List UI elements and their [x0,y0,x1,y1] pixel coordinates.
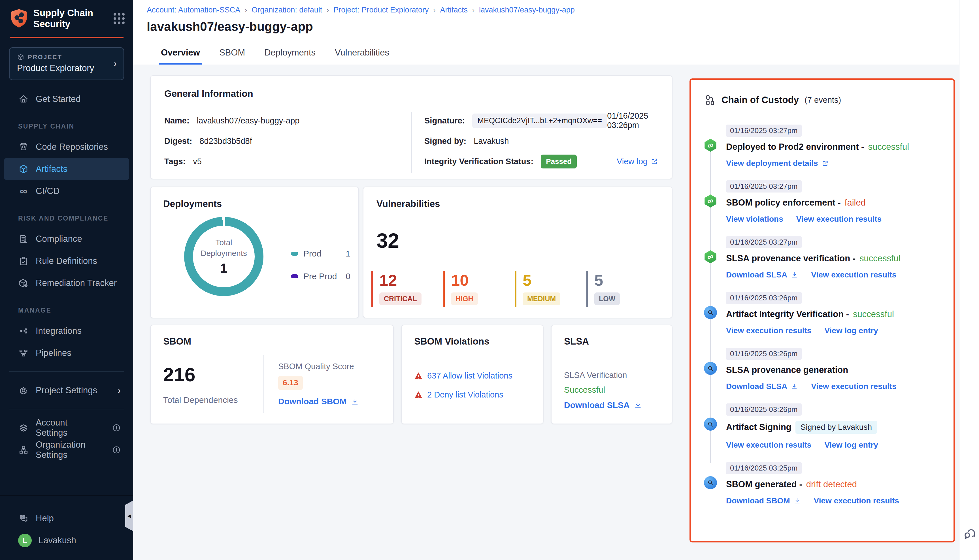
status-badge-passed: Passed [541,155,577,168]
view-log-link[interactable]: View log [617,157,658,166]
cube-wrench-icon [18,278,29,288]
info-icon[interactable] [112,446,121,454]
breadcrumb-project[interactable]: Project: Product Exploratory [333,6,429,15]
severity-high: 10 HIGH [443,271,515,307]
sidebar-item-account-settings[interactable]: Account Settings [4,417,129,439]
sidebar-item-remediation-tracker[interactable]: Remediation Tracker [4,272,129,294]
tab-sbom[interactable]: SBOM [217,41,247,65]
sidebar-item-pipelines[interactable]: Pipelines [4,342,129,364]
donut-center-label: Total [215,237,232,248]
breadcrumb-current[interactable]: lavakush07/easy-buggy-app [479,6,575,15]
severity-medium: 5 MEDIUM [515,271,586,307]
gi-name-row: Name: lavakush07/easy-buggy-app [164,112,411,129]
gi-name-value: lavakush07/easy-buggy-app [197,116,300,125]
project-selector[interactable]: PROJECT Product Exploratory › [9,47,124,80]
chat-bubbles-icon[interactable] [962,527,976,541]
gi-digest-row: Digest: 8d23bd3b5d8f [164,132,411,150]
breadcrumb-account[interactable]: Account: Automation-SSCA [147,6,240,15]
slsa-verification-label: SLSA Verification [564,371,660,380]
chain-event: 01/16/2025 03:25pm SBOM generated - drif… [704,462,942,505]
tab-deployments[interactable]: Deployments [262,41,317,65]
view-execution-results-link[interactable]: View execution results [726,326,811,335]
deployments-donut-chart: Total Deployments 1 [184,217,264,296]
download-slsa-link[interactable]: Download SLSA [564,400,660,410]
sidebar-item-rule-definitions[interactable]: Rule Definitions [4,250,129,272]
sidebar-section-risk-compliance: RISK AND COMPLIANCE [0,202,133,228]
cube-icon [17,53,24,61]
chain-of-custody-header: Chain of Custody (7 events) [704,94,942,106]
download-sbom-link[interactable]: Download SBOM [278,397,359,406]
sidebar-item-project-settings[interactable]: Project Settings › [4,379,129,402]
download-slsa-link[interactable]: Download SLSA [726,382,798,391]
sidebar-item-label: Remediation Tracker [36,278,117,288]
view-execution-results-link[interactable]: View execution results [811,270,896,280]
sidebar-item-cicd[interactable]: ∞ CI/CD [4,180,129,202]
cicd-event-icon: ∞ [704,195,717,208]
avatar: L [18,534,32,547]
hierarchy-icon [704,94,716,106]
view-log-entry-link[interactable]: View log entry [824,440,878,450]
event-status: successful [853,309,894,319]
download-slsa-link[interactable]: Download SLSA [726,270,798,280]
legend-swatch-prod [291,252,298,256]
document-search-icon [18,233,29,244]
event-timestamp: 01/16/2025 03:27pm [726,236,802,248]
external-link-icon [650,157,658,165]
tab-vulnerabilities[interactable]: Vulnerabilities [333,41,391,65]
sidebar-item-code-repositories[interactable]: Code Repositories [4,136,129,158]
sbom-quality-score-label: SBOM Quality Score [278,362,359,371]
view-execution-results-link[interactable]: View execution results [726,440,811,450]
sidebar-section-supply-chain: SUPPLY CHAIN [0,110,133,136]
view-deployment-details-link[interactable]: View deployment details [726,159,829,168]
allow-list-violations-link[interactable]: 637 Allow list Violations [427,371,513,380]
sidebar-item-artifacts[interactable]: Artifacts [4,158,129,180]
gi-signature-value[interactable]: MEQCICde2VjIT...bL+2+mqnOXw== [472,113,607,128]
right-rail [959,0,979,560]
cicd-event-icon: ∞ [704,139,717,152]
gi-signed-by-row: Signed by: Lavakush [424,132,658,150]
view-violations-link[interactable]: View violations [726,215,783,224]
download-sbom-link[interactable]: Download SBOM [726,496,801,505]
chain-timeline: ∞ 01/16/2025 03:27pm Deployed to Prod2 e… [704,125,942,505]
event-timestamp: 01/16/2025 03:25pm [726,462,802,474]
tab-overview[interactable]: Overview [159,41,202,65]
sbom-quality-score-value: 6.13 [278,376,303,390]
sidebar-item-integrations[interactable]: Integrations [4,320,129,342]
gear-icon [18,385,29,396]
sidebar-item-organization-settings[interactable]: Organization Settings [4,439,129,461]
sbom-violations-card: SBOM Violations 637 Allow list Violation… [401,325,544,424]
gi-tags-label: Tags: [164,157,185,166]
view-log-entry-link[interactable]: View log entry [824,326,878,335]
sidebar-item-get-started[interactable]: Get Started [4,88,129,110]
breadcrumb-separator: › [327,6,329,14]
sidebar-collapse-handle[interactable]: ◀ [125,500,133,531]
user-menu[interactable]: L Lavakush [4,530,129,552]
breadcrumb-artifacts[interactable]: Artifacts [440,6,468,15]
card-title: SBOM Violations [414,336,531,347]
app-switcher-icon[interactable] [114,13,125,24]
tabs: Overview SBOM Deployments Vulnerabilitie… [133,41,959,65]
chain-of-custody-panel: Chain of Custody (7 events) ∞ 01/16/2025… [690,78,955,542]
sidebar-nav: Get Started SUPPLY CHAIN Code Repositori… [0,83,133,495]
view-execution-results-link[interactable]: View execution results [814,496,899,505]
gi-integrity-row: Integrity Verification Status: Passed Vi… [424,153,658,170]
vulnerabilities-total: 32 [376,229,399,252]
event-status: failed [845,198,866,208]
breadcrumb-separator: › [433,6,436,14]
sidebar-item-label: Rule Definitions [36,256,97,266]
sidebar-item-compliance[interactable]: Compliance [4,228,129,250]
view-execution-results-link[interactable]: View execution results [811,382,896,391]
sidebar-item-help[interactable]: ? Help [4,507,129,530]
event-timestamp: 01/16/2025 03:26pm [726,292,802,304]
gi-digest-value: 8d23bd3b5d8f [199,137,252,146]
severity-critical: 12 CRITICAL [371,271,443,307]
deny-list-violations-link[interactable]: 2 Deny list Violations [427,390,503,400]
breadcrumb-organization[interactable]: Organization: default [252,6,322,15]
gi-integrity-label: Integrity Verification Status: [424,157,533,166]
scan-event-icon [704,362,717,375]
view-execution-results-link[interactable]: View execution results [796,215,882,224]
info-icon[interactable] [112,423,121,432]
event-status: successful [868,142,909,152]
event-timestamp: 01/16/2025 03:27pm [726,180,802,193]
app-logo-row: Supply Chain Security [0,0,133,36]
